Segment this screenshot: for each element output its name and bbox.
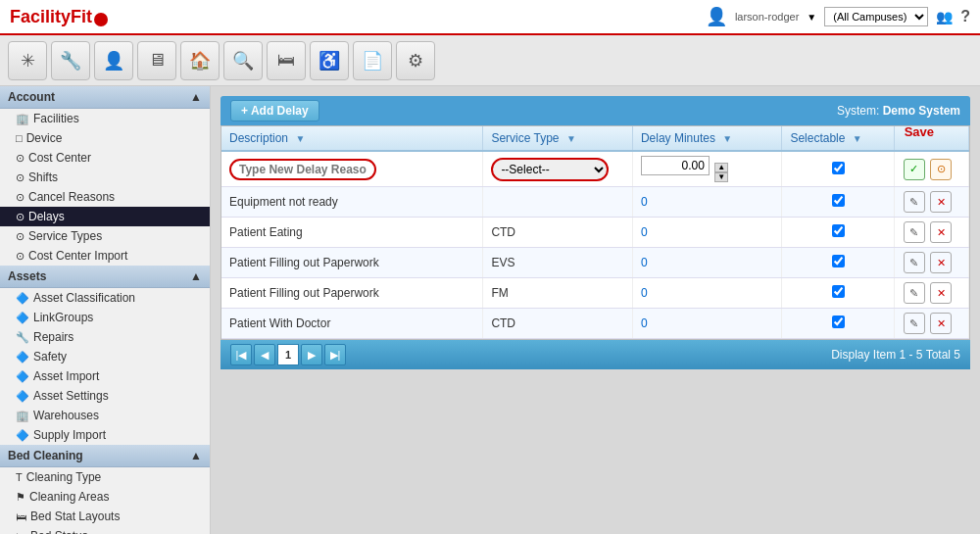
group-icon-btn[interactable]: 👥: [936, 9, 953, 24]
delete-btn[interactable]: ✕: [930, 252, 952, 273]
edit-btn[interactable]: ✎: [904, 252, 925, 273]
home-btn[interactable]: 🏠: [180, 41, 220, 80]
row-selectable[interactable]: [782, 278, 894, 309]
new-selectable-checkbox[interactable]: [832, 162, 845, 174]
row-description: Equipment not ready: [221, 187, 483, 218]
logo-fit: Fit: [71, 7, 92, 26]
sidebar-item-linkgroups[interactable]: 🔷LinkGroups: [0, 308, 210, 327]
new-service-type-cell[interactable]: --Select-- CTD EVS FM: [483, 151, 633, 187]
system-label: System:: [837, 104, 879, 118]
sidebar-item-cost-center-import[interactable]: ⊙Cost Center Import: [0, 246, 210, 266]
campus-select[interactable]: (All Campuses)Campus ACampus B: [824, 7, 928, 26]
new-row-save-btn[interactable]: ✓: [904, 159, 925, 180]
sidebar-section-account[interactable]: Account ▲: [0, 86, 210, 109]
sidebar-item-shifts[interactable]: ⊙Shifts: [0, 168, 210, 187]
sidebar-section-bed-cleaning[interactable]: Bed Cleaning ▲: [0, 445, 210, 467]
edit-btn[interactable]: ✎: [904, 282, 925, 304]
add-delay-button[interactable]: + Add Delay: [230, 100, 319, 121]
header-right: 👤 larson-rodger ▼ (All Campuses)Campus A…: [706, 6, 970, 27]
last-page-btn[interactable]: ▶|: [324, 344, 346, 365]
row-service-type: EVS: [483, 248, 633, 278]
col-description[interactable]: Description ▼: [221, 126, 483, 151]
delay-minutes-label: Delay Minutes: [641, 131, 715, 145]
sidebar-section-assets[interactable]: Assets ▲: [0, 266, 210, 288]
sidebar-item-warehouses[interactable]: 🏢Warehouses: [0, 406, 210, 425]
delete-btn[interactable]: ✕: [930, 191, 952, 213]
wildcard-btn[interactable]: ✳: [8, 41, 47, 80]
wheelchair-btn[interactable]: ♿: [310, 41, 349, 80]
row-selectable[interactable]: [782, 218, 894, 248]
sidebar-item-repairs[interactable]: 🔧Repairs: [0, 327, 210, 347]
service-type-label: Service Type: [491, 131, 559, 145]
new-description-cell[interactable]: [221, 151, 483, 187]
col-selectable[interactable]: Selectable ▼: [782, 126, 894, 151]
new-delay-input[interactable]: [641, 156, 710, 175]
selectable-label: Selectable: [790, 131, 845, 145]
edit-btn[interactable]: ✎: [904, 313, 925, 334]
row-selectable[interactable]: [782, 309, 894, 339]
prev-page-btn[interactable]: ◀: [254, 344, 275, 365]
account-items: 🏢Facilities □Device ⊙Cost Center ⊙Shifts…: [0, 109, 210, 266]
tools-btn[interactable]: 🔧: [51, 41, 90, 80]
delete-btn[interactable]: ✕: [930, 221, 952, 243]
sidebar-item-asset-settings[interactable]: 🔷Asset Settings: [0, 386, 210, 406]
sidebar-item-service-types[interactable]: ⊙Service Types: [0, 226, 210, 246]
sidebar-item-bed-stat-layouts[interactable]: 🛏Bed Stat Layouts: [0, 507, 210, 526]
row-selectable[interactable]: [782, 187, 894, 218]
document-btn[interactable]: 📄: [353, 41, 392, 80]
user-dropdown-icon[interactable]: ▼: [807, 12, 816, 23]
sidebar-item-cleaning-type[interactable]: TCleaning Type: [0, 467, 210, 487]
new-selectable-cell[interactable]: [782, 151, 894, 187]
delete-btn[interactable]: ✕: [930, 313, 952, 334]
selectable-checkbox[interactable]: [832, 285, 845, 298]
delay-down-btn[interactable]: ▼: [714, 172, 728, 182]
sidebar-item-facilities[interactable]: 🏢Facilities: [0, 109, 210, 128]
sidebar-item-device[interactable]: □Device: [0, 128, 210, 148]
new-row-cancel-btn[interactable]: ⊙: [930, 159, 952, 180]
cleaning-type-icon: T: [16, 471, 23, 483]
selectable-filter-icon[interactable]: ▼: [853, 133, 862, 144]
sidebar-item-asset-import[interactable]: 🔷Asset Import: [0, 366, 210, 386]
selectable-checkbox[interactable]: [832, 316, 845, 328]
sidebar-item-asset-classification[interactable]: 🔷Asset Classification: [0, 288, 210, 308]
new-description-input[interactable]: [229, 159, 376, 180]
warehouses-icon: 🏢: [16, 410, 29, 422]
first-page-btn[interactable]: |◀: [230, 344, 252, 365]
selectable-checkbox[interactable]: [832, 194, 845, 207]
row-delay-minutes: 0: [632, 248, 782, 278]
delete-btn[interactable]: ✕: [930, 282, 952, 304]
row-selectable[interactable]: [782, 248, 894, 278]
next-page-btn[interactable]: ▶: [301, 344, 322, 365]
sidebar-item-bed-status[interactable]: 🛏Bed Status: [0, 526, 210, 534]
sidebar-item-cost-center[interactable]: ⊙Cost Center: [0, 148, 210, 168]
selectable-checkbox[interactable]: [832, 224, 845, 237]
edit-btn[interactable]: ✎: [904, 221, 925, 243]
account-section-label: Account: [8, 90, 55, 104]
table-row: Equipment not ready 0 ✎ ✕: [221, 187, 969, 218]
bed-status-icon: 🛏: [16, 530, 26, 534]
sidebar-item-supply-import[interactable]: 🔷Supply Import: [0, 425, 210, 445]
help-btn[interactable]: ?: [960, 8, 970, 25]
sidebar-item-delays[interactable]: ⊙Delays: [0, 207, 210, 226]
person-btn[interactable]: 👤: [94, 41, 133, 80]
new-service-type-select[interactable]: --Select-- CTD EVS FM: [491, 158, 609, 181]
new-delay-minutes-cell[interactable]: ▲ ▼: [632, 151, 782, 187]
search-btn[interactable]: 🔍: [223, 41, 263, 80]
selectable-checkbox[interactable]: [832, 255, 845, 267]
col-service-type[interactable]: Service Type ▼: [483, 126, 633, 151]
edit-btn[interactable]: ✎: [904, 191, 925, 213]
user-icon: 👤: [706, 6, 727, 27]
gear-btn[interactable]: ⚙: [396, 41, 435, 80]
sidebar-item-cancel-reasons[interactable]: ⊙Cancel Reasons: [0, 187, 210, 207]
delay-up-btn[interactable]: ▲: [714, 163, 728, 172]
content-area: + Add Delay System: Demo System Descript…: [211, 86, 980, 534]
col-delay-minutes[interactable]: Delay Minutes ▼: [632, 126, 782, 151]
service-type-filter-icon[interactable]: ▼: [566, 133, 576, 144]
description-filter-icon[interactable]: ▼: [295, 133, 305, 144]
sidebar-item-safety[interactable]: 🔷Safety: [0, 347, 210, 366]
sidebar-item-cleaning-areas[interactable]: ⚑Cleaning Areas: [0, 487, 210, 507]
delay-minutes-filter-icon[interactable]: ▼: [722, 133, 732, 144]
bed-btn[interactable]: 🛏: [267, 41, 306, 80]
table-row: Patient Eating CTD 0 ✎ ✕: [221, 218, 969, 248]
monitor-btn[interactable]: 🖥: [137, 41, 176, 80]
